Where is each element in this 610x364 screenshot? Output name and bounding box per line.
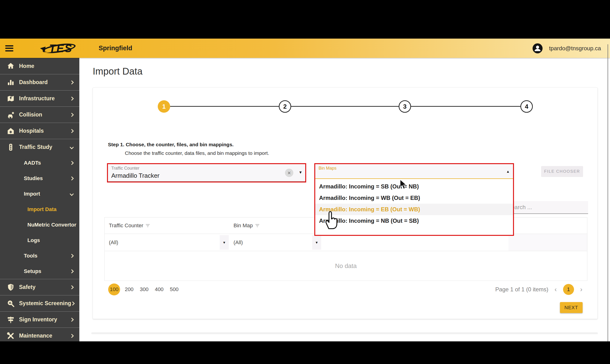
caret-down-icon[interactable]: ▼ xyxy=(299,170,302,175)
sidebar-item-maintenance[interactable]: Maintenance xyxy=(0,327,79,341)
pager: Page 1 of 1 (0 items) ‹ 1 › xyxy=(495,284,582,295)
bin-map-filter-select[interactable]: (All) ▼ xyxy=(229,234,322,251)
hamburger-menu-icon[interactable] xyxy=(5,45,13,52)
page-size-200[interactable]: 200 xyxy=(123,284,135,295)
chevron-right-icon xyxy=(71,301,75,305)
file-chooser-button[interactable]: FILE CHOOSER xyxy=(541,166,583,177)
stepper-step-2: 2 xyxy=(279,100,291,113)
sidebar-item-infrastructure[interactable]: Infrastructure xyxy=(0,90,79,106)
filter-cell-highlight xyxy=(508,234,587,251)
prev-page-icon[interactable]: ‹ xyxy=(555,286,557,293)
page-summary: Page 1 of 1 (0 items) xyxy=(495,286,548,293)
search-input[interactable]: Search ... xyxy=(504,201,588,214)
shield-icon xyxy=(7,283,15,291)
traffic-counter-label: Traffic Counter xyxy=(111,166,139,171)
chevron-right-icon xyxy=(70,129,74,133)
stepper-connector xyxy=(170,106,279,107)
bin-map-option-highlighted[interactable]: Armadillo: Incoming = EB (Out = WB) xyxy=(315,204,513,215)
home-icon xyxy=(7,62,15,70)
search-chart-icon xyxy=(7,299,15,308)
bin-maps-annotation: Bin Maps ▲ Armadillo: Incoming = SB (Out… xyxy=(314,163,514,236)
sidebar-item-aadts[interactable]: AADTs xyxy=(0,155,79,170)
column-header-bin-map[interactable]: Bin Map xyxy=(229,222,322,229)
sidebar-item-label: Infrastructure xyxy=(19,95,70,102)
bin-maps-dropdown: Armadillo: Incoming = SB (Out = NB) Arma… xyxy=(315,179,513,227)
sidebar-item-label: Hospitals xyxy=(19,128,70,134)
app-window: TES Springfield tpardo@tnsgroup.ca Home xyxy=(0,39,610,341)
sidebar-item-sign-inventory[interactable]: Sign Inventory xyxy=(0,311,79,327)
lower-card-edge xyxy=(91,332,598,334)
sidebar-item-label: Dashboard xyxy=(19,79,70,86)
filter-icon[interactable] xyxy=(255,224,260,227)
sidebar-item-label: Setups xyxy=(24,268,70,274)
chevron-right-icon xyxy=(70,334,74,338)
sidebar-item-label: Systemic Screening xyxy=(19,300,71,307)
caret-up-icon[interactable]: ▲ xyxy=(506,169,510,173)
bin-map-option[interactable]: Armadillo: Incoming = WB (Out = EB) xyxy=(315,192,513,204)
filter-cell-empty xyxy=(322,234,587,251)
current-page-button[interactable]: 1 xyxy=(563,284,574,295)
next-button[interactable]: NEXT xyxy=(560,302,583,313)
chevron-right-icon xyxy=(70,285,74,289)
clear-icon[interactable]: × xyxy=(285,169,293,177)
chevron-right-icon xyxy=(70,254,74,258)
sidebar-item-numetric-convertor[interactable]: NuMetric Convertor xyxy=(0,217,79,233)
sidebar-item-import[interactable]: Import xyxy=(0,186,79,202)
page-size-300[interactable]: 300 xyxy=(138,284,150,295)
sidebar-item-label: AADTs xyxy=(24,160,70,166)
user-email: tpardo@tnsgroup.ca xyxy=(549,45,601,52)
letterbox-bottom xyxy=(0,341,610,364)
sidebar-item-studies[interactable]: Studies xyxy=(0,170,79,186)
signpost-icon xyxy=(7,316,15,324)
next-page-icon[interactable]: › xyxy=(580,286,582,293)
tools-icon xyxy=(7,332,15,340)
sidebar-item-dashboard[interactable]: Dashboard xyxy=(0,74,79,90)
sidebar-item-safety[interactable]: Safety xyxy=(0,279,79,295)
import-wizard-card: 1 2 3 4 Step 1. Choose, the counter, fil… xyxy=(93,87,597,319)
sidebar-item-traffic-study[interactable]: Traffic Study xyxy=(0,139,79,155)
main-content: Import Data 1 2 3 4 Step 1. Choose, the … xyxy=(79,58,610,341)
sidebar-item-label: Traffic Study xyxy=(19,144,70,150)
caret-down-icon[interactable]: ▼ xyxy=(312,235,321,250)
sidebar-item-hospitals[interactable]: Hospitals xyxy=(0,123,79,139)
sidebar-item-label: Studies xyxy=(24,175,70,182)
bin-map-option[interactable]: Armadillo: Incoming = NB (Out = SB) xyxy=(315,215,513,227)
sidebar-item-logs[interactable]: Logs xyxy=(0,233,79,248)
sidebar-item-import-data[interactable]: Import Data xyxy=(0,202,79,217)
bin-map-option[interactable]: Armadillo: Incoming = SB (Out = NB) xyxy=(315,181,513,192)
scrollbar[interactable] xyxy=(608,44,608,341)
sidebar-item-collision[interactable]: Collision xyxy=(0,106,79,123)
sidebar-item-systemic-screening[interactable]: Systemic Screening xyxy=(0,295,79,311)
traffic-counter-select[interactable]: Traffic Counter Armadillo Tracker × ▼ xyxy=(108,164,305,182)
page-size-500[interactable]: 500 xyxy=(168,284,180,295)
traffic-counter-annotation: Traffic Counter Armadillo Tracker × ▼ xyxy=(107,163,306,182)
filter-value: (All) xyxy=(234,239,243,246)
caret-down-icon[interactable]: ▼ xyxy=(220,235,229,250)
column-header-label: Bin Map xyxy=(234,222,253,229)
page-size-selector: 100 200 300 400 500 xyxy=(108,284,180,295)
sidebar-item-label: Collision xyxy=(19,112,70,118)
tes-logo: TES xyxy=(41,41,81,55)
page-size-400[interactable]: 400 xyxy=(153,284,165,295)
account-icon[interactable] xyxy=(532,43,543,54)
grid-filter-row: (All) ▼ (All) ▼ xyxy=(104,234,587,251)
filter-icon[interactable] xyxy=(146,224,150,227)
app-header: TES Springfield tpardo@tnsgroup.ca xyxy=(0,39,610,58)
screen: TES Springfield tpardo@tnsgroup.ca Home xyxy=(0,0,610,364)
logo-text: TES xyxy=(49,42,72,55)
chevron-down-icon xyxy=(70,192,74,196)
sidebar-item-label: Sign Inventory xyxy=(19,316,70,323)
bin-maps-select[interactable]: Bin Maps ▲ xyxy=(315,164,513,179)
chevron-down-icon xyxy=(70,145,74,149)
sidebar-item-home[interactable]: Home xyxy=(0,58,79,74)
sidebar-item-tools[interactable]: Tools xyxy=(0,248,79,263)
hospital-icon xyxy=(7,127,15,135)
step-title: Step 1. Choose, the counter, files, and … xyxy=(108,142,234,147)
sidebar-item-setups[interactable]: Setups xyxy=(0,263,79,279)
column-header-traffic-counter[interactable]: Traffic Counter xyxy=(104,222,229,229)
page-size-100[interactable]: 100 xyxy=(108,284,120,295)
sidebar-item-label: Tools xyxy=(24,253,70,259)
traffic-counter-value: Armadillo Tracker xyxy=(111,172,159,179)
traffic-counter-filter-select[interactable]: (All) ▼ xyxy=(104,234,229,251)
sidebar-item-label: Import xyxy=(24,191,70,197)
